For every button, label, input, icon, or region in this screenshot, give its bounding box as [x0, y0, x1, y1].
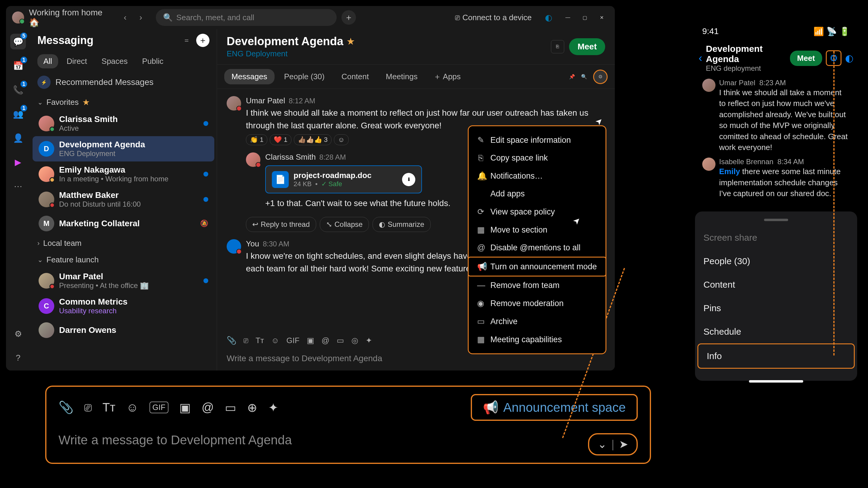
collapse-button[interactable]: ⤡ Collapse: [320, 217, 369, 232]
star-icon[interactable]: ★: [347, 36, 354, 46]
chat-item-emily[interactable]: Emily Nakagawa In a meeting • Working fr…: [33, 161, 214, 187]
author-avatar[interactable]: [702, 158, 715, 171]
format-icon[interactable]: Tт: [255, 336, 264, 345]
reaction[interactable]: 👏 1: [246, 134, 267, 145]
add-apps-tab[interactable]: ＋ Apps: [427, 68, 467, 85]
space-team[interactable]: ENG Deployment: [227, 49, 354, 59]
menu-meeting-capabilities[interactable]: ▦Meeting capabilities: [469, 330, 606, 349]
rail-messaging[interactable]: 💬5: [10, 34, 26, 50]
reply-thread-button[interactable]: ↩ Reply to thread: [246, 217, 316, 232]
home-indicator[interactable]: [749, 380, 803, 383]
menu-archive[interactable]: ▭Archive: [469, 313, 606, 330]
menu-add-apps[interactable]: Add apps: [469, 185, 606, 203]
send-controls[interactable]: ⌄ | ➤: [588, 433, 638, 455]
rail-help[interactable]: ?: [10, 350, 26, 366]
tab-public[interactable]: Public: [136, 54, 170, 68]
rail-teams[interactable]: 👥1: [10, 106, 26, 122]
screen-capture-icon[interactable]: ⎚: [84, 401, 92, 414]
menu-copy-link[interactable]: ⎘Copy space link: [469, 149, 606, 167]
copy-button[interactable]: ⎘: [551, 40, 564, 53]
sheet-schedule[interactable]: Schedule: [695, 320, 857, 344]
rail-calendar[interactable]: 📅1: [10, 58, 26, 73]
menu-space-policy[interactable]: ⟳View space policy: [469, 203, 606, 221]
section-local-team[interactable]: › Local team: [30, 235, 217, 252]
minimize-button[interactable]: —: [561, 10, 575, 25]
sheet-handle[interactable]: [764, 219, 788, 221]
emoji-icon[interactable]: ☺: [271, 336, 279, 345]
new-chat-button[interactable]: ＋: [196, 34, 210, 47]
tab-messages[interactable]: Messages: [224, 69, 275, 84]
user-avatar[interactable]: [12, 11, 24, 24]
menu-remove-team[interactable]: —Remove from team: [469, 276, 606, 294]
sheet-content[interactable]: Content: [695, 273, 857, 296]
format-icon[interactable]: Tт: [102, 401, 116, 414]
chat-item-common-metrics[interactable]: C Common Metrics Usability research: [33, 293, 214, 319]
chat-item-matthew[interactable]: Matthew Baker Do not Disturb until 16:00: [33, 187, 214, 212]
filter-icon[interactable]: ⚌: [181, 34, 193, 46]
chat-item-clarissa[interactable]: Clarissa Smith Active: [33, 111, 214, 136]
new-action-button[interactable]: ＋: [341, 10, 356, 25]
menu-disable-mentions[interactable]: @Disable @mentions to all: [469, 239, 606, 257]
menu-notifications[interactable]: 🔔Notifications…: [469, 167, 606, 185]
menu-remove-moderation[interactable]: ◉Remove moderation: [469, 294, 606, 313]
meet-button[interactable]: Meet: [569, 38, 605, 55]
maximize-button[interactable]: ▢: [578, 10, 592, 25]
user-status[interactable]: Working from home 🏠: [29, 8, 114, 27]
webex-assistant-icon[interactable]: ◐: [541, 10, 556, 25]
tab-spaces[interactable]: Spaces: [96, 54, 134, 68]
reaction[interactable]: 👍🏽👍🏼👍 3: [294, 134, 332, 145]
author-avatar[interactable]: [246, 153, 260, 167]
sheet-people[interactable]: People (30): [695, 250, 857, 273]
tab-people[interactable]: People (30): [277, 69, 332, 84]
search-in-space-icon[interactable]: 🔍: [581, 74, 587, 79]
author-avatar[interactable]: [702, 78, 715, 92]
reaction[interactable]: ❤️ 1: [270, 134, 291, 145]
chevron-down-icon[interactable]: ⌄: [598, 438, 607, 451]
recommended-messages[interactable]: ⚡ Recommended Messages: [30, 71, 217, 94]
sheet-info[interactable]: Info: [698, 344, 855, 369]
chat-item-umar[interactable]: Umar Patel Presenting • At the office 🏢: [33, 268, 214, 293]
pin-icon[interactable]: 📌: [569, 74, 575, 79]
gif-icon[interactable]: GIF: [286, 336, 299, 345]
emoji-icon[interactable]: ☺: [126, 401, 138, 414]
sheet-pins[interactable]: Pins: [695, 296, 857, 320]
attach-icon[interactable]: 📎: [227, 336, 236, 345]
download-button[interactable]: ⬇: [402, 173, 415, 186]
tab-content[interactable]: Content: [334, 69, 376, 84]
close-button[interactable]: ✕: [594, 10, 609, 25]
sticker-icon[interactable]: ▣: [307, 336, 314, 345]
nav-forward[interactable]: ›: [134, 11, 147, 24]
ai-icon[interactable]: ✦: [366, 336, 372, 345]
tab-meetings[interactable]: Meetings: [378, 69, 425, 84]
space-settings-button[interactable]: ⚙: [593, 70, 608, 84]
gif-icon[interactable]: GIF: [150, 401, 168, 413]
compose-input-zoom[interactable]: Write a message to Development Agenda: [59, 433, 638, 447]
rail-more[interactable]: ⋯: [10, 178, 26, 194]
sheet-screen-share[interactable]: Screen share: [695, 226, 857, 250]
video-icon[interactable]: ⊕: [247, 401, 257, 415]
connect-device[interactable]: ⎚ Connect to a device: [450, 13, 536, 22]
menu-announcement-mode[interactable]: 📢Turn on announcement mode: [468, 257, 607, 276]
ai-icon[interactable]: ✦: [268, 401, 278, 415]
rail-settings[interactable]: ⚙: [10, 326, 26, 341]
file-attachment[interactable]: 📄 project-roadmap.doc 24 KB • ✓ Safe: [265, 165, 422, 193]
screen-capture-icon[interactable]: ⎚: [244, 336, 248, 345]
chat-item-darren[interactable]: Darren Owens: [33, 319, 214, 341]
mention-icon[interactable]: @: [202, 401, 214, 414]
sticker-icon[interactable]: ▣: [179, 401, 191, 415]
section-feature-launch[interactable]: ⌄ Feature launch: [30, 252, 217, 268]
menu-edit-space[interactable]: ✎Edit space information: [469, 131, 606, 149]
global-search[interactable]: 🔍 Search, meet, and call: [156, 9, 337, 26]
chat-item-development-agenda[interactable]: D Development Agenda ENG Deployment: [33, 136, 214, 161]
nav-back[interactable]: ‹: [119, 11, 132, 24]
mention-icon[interactable]: @: [321, 336, 330, 345]
bitmoji-icon[interactable]: ◎: [351, 336, 358, 345]
tab-all[interactable]: All: [37, 54, 58, 68]
rail-contacts[interactable]: 👤: [10, 130, 26, 146]
mobile-assistant-icon[interactable]: ◐: [845, 53, 854, 64]
add-reaction[interactable]: ☺: [334, 134, 348, 145]
personal-room-icon[interactable]: ▭: [225, 401, 236, 415]
personal-room-icon[interactable]: ▭: [337, 336, 344, 345]
summarize-button[interactable]: ◐ Summarize: [373, 217, 430, 232]
send-icon[interactable]: ➤: [619, 438, 628, 451]
